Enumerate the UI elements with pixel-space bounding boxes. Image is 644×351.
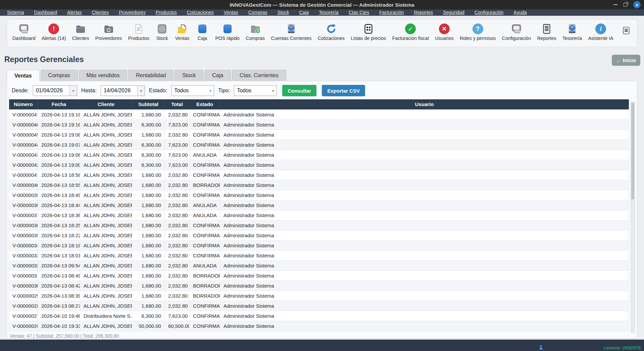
desde-input[interactable] bbox=[33, 86, 69, 96]
toolbar-item-alertas[interactable]: !Alertas (14) bbox=[42, 23, 66, 41]
toolbar-item-usuarios[interactable]: ×Usuarios bbox=[435, 23, 453, 41]
cell-numero: V-00000032 bbox=[9, 260, 38, 270]
toolbar-item-caja[interactable]: Caja bbox=[196, 23, 209, 41]
maximize-icon[interactable] bbox=[624, 3, 627, 7]
tab-compras[interactable]: Compras bbox=[41, 70, 78, 81]
table-row[interactable]: V-000000442026-04-13 19:07:37ALLAN JOHN,… bbox=[9, 140, 629, 150]
hasta-input[interactable] bbox=[101, 86, 137, 96]
toolbar-item-cuentas-corrientes[interactable]: Cuentas Corrientes bbox=[271, 23, 312, 41]
table-row[interactable]: V-000000312026-04-13 08:49:25ALLAN JOHN,… bbox=[9, 270, 629, 281]
tab-ctas-corrientes[interactable]: Ctas. Corrientes bbox=[232, 70, 286, 81]
menu-item-clientes[interactable]: Clientes bbox=[87, 9, 114, 16]
table-row[interactable]: V-000000422026-04-13 19:00:01ALLAN JOHN,… bbox=[9, 160, 629, 170]
table-row[interactable]: V-000000472026-04-13 19:18:10ALLAN JOHN,… bbox=[9, 109, 629, 119]
tipo-select[interactable]: Todos ▾ bbox=[234, 85, 277, 96]
table-row[interactable]: V-000000392026-04-13 18:49:56ALLAN JOHN,… bbox=[9, 190, 629, 200]
tab-caja[interactable]: Caja bbox=[204, 70, 231, 81]
toolbar-item-proveedores[interactable]: Proveedores bbox=[95, 23, 122, 41]
toolbar-item-pos-rapido[interactable]: POS rápido bbox=[215, 23, 239, 41]
monitor-icon bbox=[511, 23, 522, 35]
menu-item-seguridad[interactable]: Seguridad bbox=[438, 9, 469, 16]
toolbar-item-reportes[interactable]: Reportes bbox=[537, 23, 556, 41]
column-header-numero[interactable]: Número bbox=[9, 99, 38, 109]
minimize-icon[interactable] bbox=[613, 4, 617, 5]
menu-item-caja[interactable]: Caja bbox=[294, 9, 314, 16]
toolbar-item-ventas[interactable]: Ventas bbox=[175, 23, 190, 41]
table-row[interactable]: V-000000282026-04-13 08:27:21ALLAN JOHN,… bbox=[9, 301, 629, 311]
menubar: SistemaDashboardAlertasClientesProveedor… bbox=[0, 9, 644, 16]
inicio-button[interactable]: ← Inicio bbox=[612, 55, 640, 66]
table-scrollbar[interactable] bbox=[631, 102, 635, 333]
menu-item-ventas[interactable]: Ventas bbox=[219, 9, 243, 16]
menu-item-facturacion[interactable]: Facturación bbox=[374, 9, 409, 16]
toolbar-item-stock[interactable]: Stock bbox=[155, 23, 169, 41]
toolbar-item-configuracion[interactable]: Configuración bbox=[502, 23, 531, 41]
menu-item-sistema[interactable]: Sistema bbox=[2, 9, 29, 16]
column-header-usuario[interactable]: Usuario bbox=[220, 99, 629, 109]
cell-fecha: 2026-04-13 08:39:28 bbox=[38, 291, 80, 301]
menu-item-ctas-ctes[interactable]: Ctas Ctes bbox=[344, 9, 374, 16]
cell-estado: CONFIRMADA bbox=[190, 250, 220, 260]
tab-ventas[interactable]: Ventas bbox=[7, 70, 40, 81]
menu-item-configuracion[interactable]: Configuración bbox=[469, 9, 508, 16]
table-row[interactable]: V-000000402026-04-13 18:55:27ALLAN JOHN,… bbox=[9, 180, 629, 190]
table-row[interactable]: V-000000322026-04-13 09:54:01ALLAN JOHN,… bbox=[9, 260, 629, 270]
table-row[interactable]: V-000000372026-04-13 18:36:00ALLAN JOHN,… bbox=[9, 210, 629, 220]
tab-mas-vendidos[interactable]: Más vendidos bbox=[79, 70, 128, 81]
toolbar-item-tesoreria[interactable]: Tesorería bbox=[562, 23, 582, 41]
toolbar-item-dashboard[interactable]: Dashboard bbox=[12, 23, 36, 41]
exportar-csv-button[interactable]: Exportar CSV bbox=[322, 85, 365, 96]
toolbar-item-facturacion-fiscal[interactable]: ✓Facturación fiscal bbox=[392, 23, 429, 41]
table-row[interactable]: V-000000302026-04-13 08:42:42ALLAN JOHN,… bbox=[9, 281, 629, 291]
tab-rentabilidad[interactable]: Rentabilidad bbox=[128, 70, 174, 81]
toolbar-item-productos[interactable]: Productos bbox=[128, 23, 149, 41]
menu-item-proveedores[interactable]: Proveedores bbox=[114, 9, 150, 16]
menu-item-alertas[interactable]: Alertas bbox=[62, 9, 87, 16]
scrollbar-thumb[interactable] bbox=[631, 103, 634, 199]
table-row[interactable]: V-000000332026-04-13 18:01:31ALLAN JOHN,… bbox=[9, 250, 629, 260]
table-row[interactable]: V-000000272026-04-10 19:46:02Distribuido… bbox=[9, 311, 629, 321]
table-row[interactable]: V-000000382026-04-13 18:44:11ALLAN JOHN,… bbox=[9, 200, 629, 210]
table-row[interactable]: V-000000352026-04-13 18:22:19ALLAN JOHN,… bbox=[9, 230, 629, 240]
menu-item-cotizaciones[interactable]: Cotizaciones bbox=[182, 9, 219, 16]
table-row[interactable]: V-000000342026-04-13 18:18:59ALLAN JOHN,… bbox=[9, 240, 629, 250]
column-header-estado[interactable]: Estado bbox=[190, 99, 220, 109]
table-row[interactable]: V-000000292026-04-13 08:39:28ALLAN JOHN,… bbox=[9, 291, 629, 301]
hasta-dropdown-icon[interactable]: ▾ bbox=[137, 86, 145, 96]
menu-item-compras[interactable]: Compras bbox=[243, 9, 273, 16]
toolbar-item-compras[interactable]: Compras bbox=[246, 23, 265, 41]
menu-item-reportes[interactable]: Reportes bbox=[409, 9, 438, 16]
cell-usuario: Administrador Sistema bbox=[220, 311, 629, 321]
desde-dropdown-icon[interactable]: ▾ bbox=[69, 86, 77, 96]
toolbar-item-listas-de-precios[interactable]: Listas de precios bbox=[351, 23, 386, 41]
column-header-subtotal[interactable]: Subtotal bbox=[132, 99, 165, 109]
table-row[interactable]: V-000000412026-04-13 18:58:12ALLAN JOHN,… bbox=[9, 170, 629, 180]
toolbar-item-asistente-ia[interactable]: iAsistente IA bbox=[588, 23, 613, 41]
close-icon[interactable]: × bbox=[633, 1, 641, 8]
menu-item-stock[interactable]: Stock bbox=[272, 9, 294, 16]
toolbar-item-cotizaciones[interactable]: Cotizaciones bbox=[318, 23, 345, 41]
toolbar-overflow-button[interactable] bbox=[620, 26, 633, 35]
table-row[interactable]: V-000000462026-04-13 19:16:53ALLAN JOHN,… bbox=[9, 119, 629, 130]
menu-item-dashboard[interactable]: Dashboard bbox=[29, 9, 62, 16]
cell-total: 2,032.80 bbox=[165, 200, 190, 210]
tab-stock[interactable]: Stock bbox=[175, 70, 203, 81]
cell-estado: BORRADOR bbox=[190, 180, 220, 190]
menu-item-tesoreria[interactable]: Tesorería bbox=[314, 9, 343, 16]
table-row[interactable]: V-000000452026-04-13 19:08:52ALLAN JOHN,… bbox=[9, 130, 629, 140]
toolbar-item-roles-y-permisos[interactable]: ?Roles y permisos bbox=[460, 23, 496, 41]
estado-label: Estado: bbox=[149, 88, 167, 94]
column-header-fecha[interactable]: Fecha bbox=[38, 99, 80, 109]
menu-item-ayuda[interactable]: Ayuda bbox=[508, 9, 532, 16]
toolbar-item-clientes[interactable]: Clientes bbox=[72, 23, 89, 41]
consultar-button[interactable]: Consultar bbox=[282, 85, 316, 96]
desde-label: Desde: bbox=[12, 88, 29, 94]
menu-item-productos[interactable]: Productos bbox=[151, 9, 182, 16]
column-header-total[interactable]: Total bbox=[165, 99, 190, 109]
table-row[interactable]: V-000000362026-04-13 18:25:04ALLAN JOHN,… bbox=[9, 220, 629, 230]
table-row[interactable]: V-000000262026-04-10 19:33:56ALLAN JOHN,… bbox=[9, 321, 629, 331]
estado-select[interactable]: Todos ▾ bbox=[171, 85, 214, 96]
table-row[interactable]: V-000000432026-04-13 19:06:41ALLAN JOHN,… bbox=[9, 150, 629, 160]
toolbar-item-label: Clientes bbox=[72, 36, 89, 41]
column-header-cliente[interactable]: Cliente bbox=[80, 99, 132, 109]
